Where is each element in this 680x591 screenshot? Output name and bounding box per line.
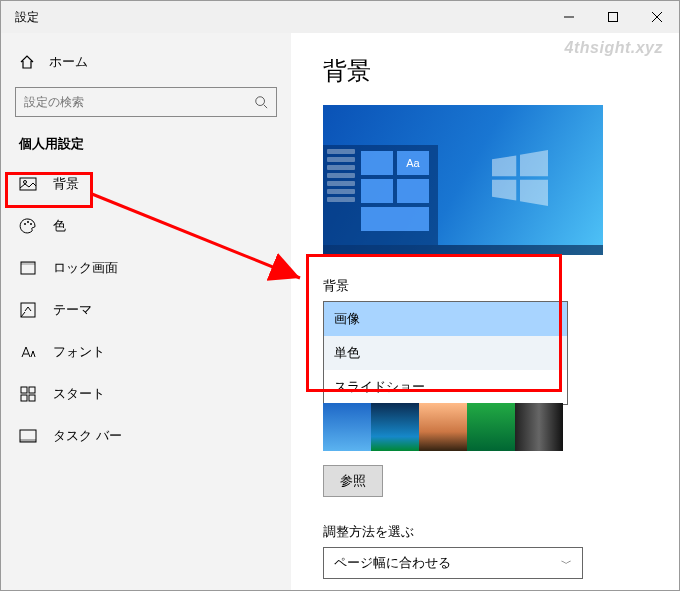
thumbnail[interactable] bbox=[419, 403, 467, 451]
titlebar: 設定 bbox=[1, 1, 679, 33]
sidebar-item-fonts[interactable]: フォント bbox=[1, 331, 291, 373]
page-title: 背景 bbox=[323, 55, 647, 87]
fit-select[interactable]: ページ幅に合わせる ﹀ bbox=[323, 547, 583, 579]
sidebar-item-label: 色 bbox=[53, 217, 66, 235]
preview-sample-tile: Aa bbox=[397, 151, 429, 175]
theme-icon bbox=[19, 301, 37, 319]
background-dropdown[interactable]: 画像 単色 スライドショー bbox=[323, 301, 568, 405]
background-dropdown-label: 背景 bbox=[323, 277, 647, 295]
svg-rect-19 bbox=[20, 439, 36, 442]
font-icon bbox=[19, 343, 37, 361]
thumbnail[interactable] bbox=[467, 403, 515, 451]
svg-rect-15 bbox=[29, 387, 35, 393]
svg-point-9 bbox=[27, 221, 29, 223]
sidebar-item-themes[interactable]: テーマ bbox=[1, 289, 291, 331]
sidebar-item-colors[interactable]: 色 bbox=[1, 205, 291, 247]
taskbar-icon bbox=[19, 427, 37, 445]
search-input[interactable] bbox=[24, 95, 254, 109]
svg-rect-14 bbox=[21, 387, 27, 393]
dropdown-option-slideshow[interactable]: スライドショー bbox=[324, 370, 567, 404]
sidebar-item-label: フォント bbox=[53, 343, 105, 361]
main-content: 4thsight.xyz 背景 Aa bbox=[291, 33, 679, 590]
dropdown-option-picture[interactable]: 画像 bbox=[324, 302, 567, 336]
sidebar-item-taskbar[interactable]: タスク バー bbox=[1, 415, 291, 457]
thumbnail[interactable] bbox=[371, 403, 419, 451]
svg-point-10 bbox=[30, 223, 32, 225]
sidebar-item-label: ロック画面 bbox=[53, 259, 118, 277]
svg-rect-12 bbox=[21, 262, 35, 265]
sidebar-item-label: スタート bbox=[53, 385, 105, 403]
svg-point-4 bbox=[256, 97, 265, 106]
search-icon bbox=[254, 95, 268, 109]
minimize-button[interactable] bbox=[547, 1, 591, 33]
desktop-preview: Aa bbox=[323, 105, 603, 255]
close-icon bbox=[652, 12, 662, 22]
svg-rect-16 bbox=[21, 395, 27, 401]
windows-logo-icon bbox=[492, 150, 548, 206]
window-title: 設定 bbox=[1, 9, 547, 26]
search-input-wrap[interactable] bbox=[15, 87, 277, 117]
maximize-icon bbox=[608, 12, 618, 22]
sidebar-item-label: 背景 bbox=[53, 175, 79, 193]
svg-rect-1 bbox=[609, 13, 618, 22]
palette-icon bbox=[19, 217, 37, 235]
fit-select-value: ページ幅に合わせる bbox=[334, 554, 451, 572]
close-button[interactable] bbox=[635, 1, 679, 33]
browse-button[interactable]: 参照 bbox=[323, 465, 383, 497]
lockscreen-icon bbox=[19, 259, 37, 277]
picture-icon bbox=[19, 175, 37, 193]
start-icon bbox=[19, 385, 37, 403]
minimize-icon bbox=[564, 12, 574, 22]
section-heading: 個人用設定 bbox=[1, 131, 291, 163]
picture-thumbnails bbox=[323, 403, 647, 451]
sidebar: ホーム 個人用設定 背景 色 ロック画面 テーマ bbox=[1, 33, 291, 590]
svg-point-7 bbox=[24, 181, 27, 184]
dropdown-option-solid[interactable]: 単色 bbox=[324, 336, 567, 370]
sidebar-item-label: タスク バー bbox=[53, 427, 122, 445]
home-icon bbox=[19, 54, 35, 70]
sidebar-item-start[interactable]: スタート bbox=[1, 373, 291, 415]
home-button[interactable]: ホーム bbox=[1, 43, 291, 81]
thumbnail[interactable] bbox=[323, 403, 371, 451]
home-label: ホーム bbox=[49, 53, 88, 71]
svg-point-8 bbox=[24, 223, 26, 225]
sidebar-item-label: テーマ bbox=[53, 301, 92, 319]
chevron-down-icon: ﹀ bbox=[561, 556, 572, 571]
window-body: ホーム 個人用設定 背景 色 ロック画面 テーマ bbox=[1, 33, 679, 590]
sidebar-item-lockscreen[interactable]: ロック画面 bbox=[1, 247, 291, 289]
sidebar-item-background[interactable]: 背景 bbox=[1, 163, 291, 205]
svg-rect-17 bbox=[29, 395, 35, 401]
preview-taskbar bbox=[323, 245, 603, 255]
thumbnail[interactable] bbox=[515, 403, 563, 451]
preview-start-menu: Aa bbox=[323, 145, 438, 245]
svg-line-5 bbox=[264, 105, 268, 109]
settings-window: 設定 ホーム 個人用設定 背景 bbox=[0, 0, 680, 591]
watermark: 4thsight.xyz bbox=[565, 39, 663, 57]
maximize-button[interactable] bbox=[591, 1, 635, 33]
fit-label: 調整方法を選ぶ bbox=[323, 523, 647, 541]
